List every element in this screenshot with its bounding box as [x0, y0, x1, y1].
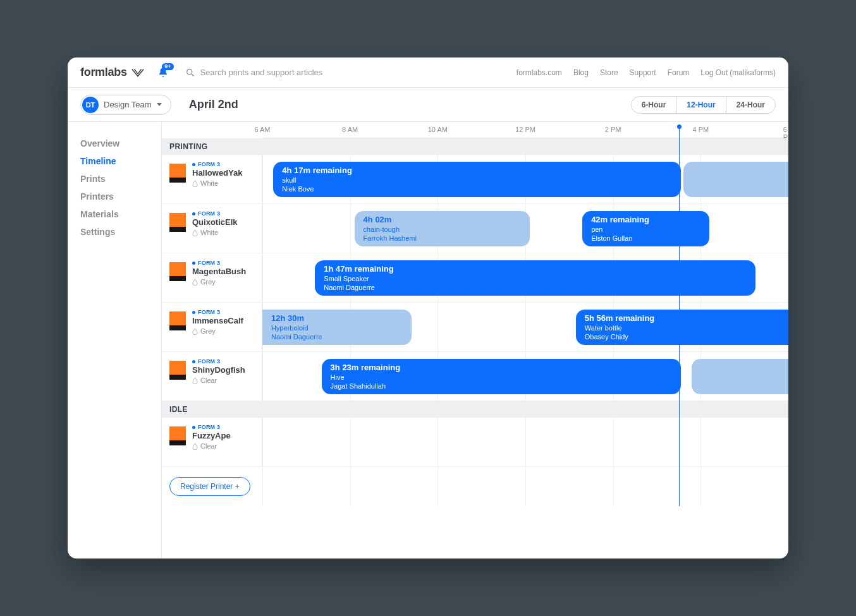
printer-material: Grey — [192, 278, 246, 286]
brand-text: formlabs — [80, 66, 127, 79]
job-title: 5h 56m remaining — [585, 313, 780, 323]
job-bar[interactable]: 1h 47m remainingSmall SpeakerNaomi Dague… — [315, 260, 755, 296]
svg-line-1 — [192, 74, 193, 76]
printer-row: FORM 3HallowedYakWhite4h 17m remainingsk… — [162, 155, 788, 204]
register-row: Register Printer + — [162, 467, 788, 506]
sidebar-item-overview[interactable]: Overview — [80, 135, 161, 152]
team-avatar: DT — [82, 97, 99, 113]
job-bar[interactable] — [683, 162, 788, 197]
printer-row: FORM 3MagentaBushGrey1h 47m remainingSma… — [162, 253, 788, 303]
nav-site[interactable]: formlabs.com — [517, 68, 562, 77]
range-6h[interactable]: 6-Hour — [632, 97, 677, 113]
job-bar[interactable]: 4h 02mchain-toughFarrokh Hashemi — [355, 211, 530, 246]
job-user: Niek Bove — [282, 184, 672, 193]
printer-label[interactable]: FORM 3MagentaBushGrey — [162, 253, 262, 302]
printer-label[interactable]: FORM 3ShinyDogfishClear — [162, 352, 262, 401]
notif-badge: 9+ — [162, 63, 173, 70]
sidebar-item-timeline[interactable]: Timeline — [80, 152, 161, 170]
sidebar: Overview Timeline Prints Printers Materi… — [68, 122, 161, 559]
printer-material: White — [192, 229, 238, 236]
nav-logout[interactable]: Log Out (malikaforms) — [700, 68, 776, 77]
row-track: 12h 30mHyperboloidNaomi Daguerre5h 56m r… — [262, 303, 788, 351]
hour-label: 4 PM — [692, 126, 709, 133]
printer-icon — [169, 311, 186, 330]
printer-name: ShinyDogfish — [192, 365, 245, 375]
register-printer-button[interactable]: Register Printer + — [169, 477, 250, 496]
job-file: Hive — [331, 373, 673, 382]
hour-label: 2 PM — [605, 126, 621, 133]
printer-label[interactable]: FORM 3ImmenseCalfGrey — [162, 303, 262, 351]
printer-label[interactable]: FORM 3HallowedYakWhite — [162, 155, 262, 203]
range-24h[interactable]: 24-Hour — [726, 97, 775, 113]
job-file: Water bottle — [585, 323, 780, 332]
printer-row: FORM 3QuixoticElkWhite4h 02mchain-toughF… — [162, 204, 788, 253]
nav-store[interactable]: Store — [600, 68, 618, 77]
job-file: skull — [282, 176, 672, 184]
printer-name: HallowedYak — [192, 168, 242, 178]
range-12h[interactable]: 12-Hour — [676, 97, 726, 113]
job-bar[interactable]: 5h 56m remainingWater bottleObasey Chidy — [576, 310, 788, 345]
timeline-main: 6 AM8 AM10 AM12 PM2 PM4 PM6 PM PRINTING … — [161, 122, 788, 559]
team-name: Design Team — [104, 100, 152, 109]
job-user: Jagat Shahidullah — [331, 382, 673, 390]
brand-wing-icon — [131, 67, 145, 78]
printer-label[interactable]: FORM 3QuixoticElkWhite — [162, 204, 262, 253]
search-icon — [185, 68, 195, 78]
job-title: 12h 30m — [271, 313, 403, 323]
nav-forum[interactable]: Forum — [668, 68, 690, 77]
printer-icon — [169, 262, 186, 281]
job-title: 3h 23m remaining — [331, 363, 673, 372]
printer-icon — [169, 361, 186, 380]
printer-material: Clear — [192, 442, 231, 450]
printer-icon — [169, 213, 186, 232]
job-file: Small Speaker — [324, 274, 747, 283]
printer-model: FORM 3 — [192, 161, 242, 167]
team-selector[interactable]: DT Design Team — [80, 95, 171, 115]
job-bar[interactable]: 42m remainingpenElston Gullan — [582, 211, 709, 246]
sidebar-item-prints[interactable]: Prints — [80, 170, 161, 188]
row-track: 4h 17m remainingskullNiek Bove — [262, 155, 788, 203]
sidebar-item-settings[interactable]: Settings — [80, 223, 161, 241]
nav-blog[interactable]: Blog — [573, 68, 589, 77]
job-bar[interactable]: 12h 30mHyperboloidNaomi Daguerre — [262, 310, 412, 345]
job-user: Obasey Chidy — [585, 332, 780, 341]
job-user: Naomi Daguerre — [271, 332, 403, 341]
brand-logo[interactable]: formlabs — [80, 66, 145, 79]
hour-label: 10 AM — [428, 126, 448, 133]
printer-name: QuixoticElk — [192, 217, 238, 227]
row-track: 3h 23m remainingHiveJagat Shahidullah — [262, 352, 788, 401]
date-title: April 2nd — [189, 98, 238, 111]
printer-row: FORM 3FuzzyApeClear — [162, 418, 788, 467]
timeline-body: PRINTING FORM 3HallowedYakWhite4h 17m re… — [162, 138, 788, 506]
printer-model: FORM 3 — [192, 424, 231, 430]
printer-model: FORM 3 — [192, 210, 238, 217]
job-user: Naomi Daguerre — [324, 283, 747, 292]
hour-label: 12 PM — [515, 126, 535, 133]
printer-icon — [169, 164, 186, 183]
job-title: 1h 47m remaining — [324, 264, 747, 274]
section-idle: IDLE — [162, 401, 788, 418]
printer-label[interactable]: FORM 3FuzzyApeClear — [162, 418, 262, 466]
printer-name: ImmenseCalf — [192, 316, 243, 325]
sidebar-item-printers[interactable]: Printers — [80, 188, 161, 205]
job-bar[interactable] — [692, 359, 788, 394]
job-file: Hyperboloid — [271, 323, 403, 332]
chevron-down-icon — [157, 103, 162, 106]
job-user: Elston Gullan — [591, 234, 700, 243]
subheader: DT Design Team April 2nd 6-Hour 12-Hour … — [68, 88, 788, 122]
search-input[interactable] — [200, 68, 352, 77]
sidebar-item-materials[interactable]: Materials — [80, 205, 161, 223]
printer-name: FuzzyApe — [192, 431, 231, 440]
job-bar[interactable]: 4h 17m remainingskullNiek Bove — [273, 162, 681, 197]
job-title: 42m remaining — [591, 215, 700, 224]
hour-label: 6 AM — [254, 126, 270, 133]
notifications-button[interactable]: 9+ — [156, 66, 170, 80]
search[interactable] — [185, 68, 362, 78]
printer-row: FORM 3ShinyDogfishClear3h 23m remainingH… — [162, 352, 788, 401]
nav-support[interactable]: Support — [630, 68, 656, 77]
job-user: Farrokh Hashemi — [364, 234, 521, 243]
hour-label: 8 AM — [342, 126, 358, 133]
timeline-header: 6 AM8 AM10 AM12 PM2 PM4 PM6 PM — [262, 122, 788, 138]
printer-row: FORM 3ImmenseCalfGrey12h 30mHyperboloidN… — [162, 303, 788, 352]
job-bar[interactable]: 3h 23m remainingHiveJagat Shahidullah — [322, 359, 682, 394]
